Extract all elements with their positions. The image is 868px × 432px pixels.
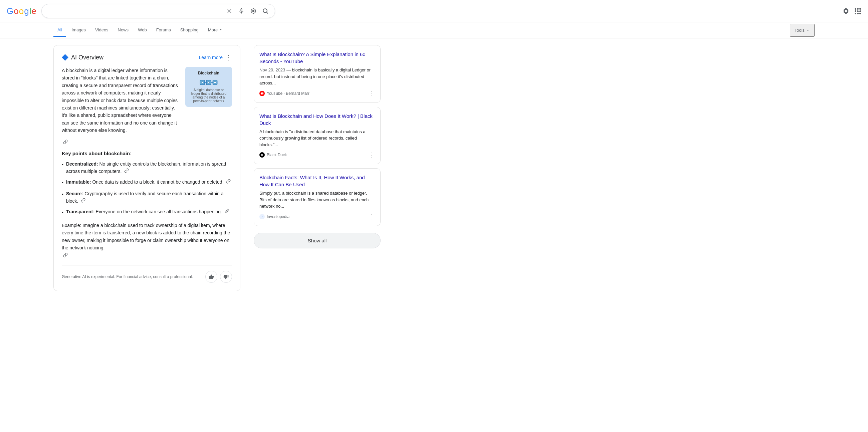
source-snippet-blackduck: A blockchain is "a distributed database … — [259, 128, 375, 148]
thumbs-down-button[interactable] — [220, 271, 232, 283]
nav-shopping[interactable]: Shopping — [176, 24, 203, 37]
source-meta-investopedia: i Investopedia ⋮ — [259, 213, 375, 220]
ai-diamond-icon — [62, 54, 68, 61]
main-content: AI Overview Learn more ⋮ A blockchain is… — [0, 38, 434, 306]
source-more-investopedia[interactable]: ⋮ — [369, 213, 375, 220]
source-snippet-youtube: Nov 29, 2023 — blockchain is basically a… — [259, 67, 375, 87]
link-icon-decentralized — [124, 168, 129, 173]
svg-point-11 — [214, 82, 216, 83]
youtube-favicon — [259, 91, 265, 96]
investopedia-favicon: i — [259, 214, 265, 219]
nav-news[interactable]: News — [114, 24, 133, 37]
header-actions — [842, 7, 861, 15]
svg-line-3 — [267, 12, 268, 14]
svg-point-2 — [263, 9, 267, 13]
ai-disclaimer: Generative AI is experimental. For finan… — [62, 274, 193, 279]
tools-button[interactable]: Tools — [790, 24, 814, 37]
google-logo: Google — [7, 6, 36, 17]
source-more-blackduck[interactable]: ⋮ — [369, 151, 375, 159]
source-title-blackduck[interactable]: What Is Blockchain and How Does It Work?… — [259, 113, 375, 126]
key-points-title: Key points about blockchain: — [62, 151, 232, 156]
settings-button[interactable] — [842, 7, 850, 15]
ai-more-options-icon[interactable]: ⋮ — [225, 54, 232, 61]
lens-search-button[interactable] — [249, 7, 257, 15]
feedback-buttons — [205, 271, 232, 283]
source-more-youtube[interactable]: ⋮ — [369, 90, 375, 97]
learn-more-link[interactable]: Learn more — [199, 55, 223, 60]
chain-link-icon — [63, 140, 68, 144]
ai-footer: Generative AI is experimental. For finan… — [62, 265, 232, 283]
ai-main-text: A blockchain is a digital ledger where i… — [62, 67, 179, 134]
ai-overview-card: AI Overview Learn more ⋮ A blockchain is… — [54, 45, 240, 291]
clear-search-button[interactable] — [225, 7, 234, 15]
key-point-transparent: • Transparent: Everyone on the network c… — [62, 208, 232, 216]
image-subtitle: A digital database or ledger that is dis… — [189, 88, 228, 103]
link-icon-transparent — [225, 209, 229, 213]
ai-image-section: Blockchain A digital database — [185, 67, 232, 145]
key-point-immutable: • Immutable: Once data is added to a blo… — [62, 178, 232, 186]
ai-header-actions: Learn more ⋮ — [199, 54, 232, 61]
source-site-blackduck: B Black Duck — [259, 152, 287, 158]
search-nav: All Images Videos News Web Forums Shoppi… — [0, 22, 868, 38]
ai-overview-title: AI Overview — [62, 54, 103, 61]
blackduck-favicon: B — [259, 152, 265, 158]
svg-point-10 — [208, 82, 209, 83]
search-input[interactable]: what is blockchain in simple words — [47, 8, 223, 14]
nav-more[interactable]: More — [204, 24, 227, 37]
source-title-investopedia[interactable]: Blockchain Facts: What Is It, How It Wor… — [259, 174, 375, 188]
ai-overview-body: A blockchain is a digital ledger where i… — [62, 67, 232, 145]
search-submit-button[interactable] — [261, 7, 270, 15]
tools-section: Tools — [790, 24, 814, 37]
key-point-decentralized: • Decentralized: No single entity contro… — [62, 160, 232, 175]
link-icon-secure — [81, 198, 86, 203]
apps-grid-icon — [855, 8, 861, 14]
nav-web[interactable]: Web — [134, 24, 151, 37]
nav-all[interactable]: All — [54, 24, 66, 37]
right-column: What Is Blockchain? A Simple Explanation… — [254, 45, 380, 299]
key-point-secure: • Secure: Cryptography is used to verify… — [62, 190, 232, 205]
image-title: Blockchain — [198, 71, 219, 75]
link-icon-immutable — [226, 179, 231, 184]
link-icon-example — [63, 253, 68, 257]
ai-text-area: A blockchain is a digital ledger where i… — [62, 67, 179, 145]
voice-search-button[interactable] — [237, 7, 245, 15]
source-site-youtube: YouTube · Bernard Marr — [259, 91, 309, 96]
search-bar[interactable]: what is blockchain in simple words — [41, 4, 275, 18]
show-all-button[interactable]: Show all — [254, 233, 380, 248]
left-column: AI Overview Learn more ⋮ A blockchain is… — [54, 45, 240, 299]
source-meta-blackduck: B Black Duck ⋮ — [259, 151, 375, 159]
source-meta-youtube: YouTube · Bernard Marr ⋮ — [259, 90, 375, 97]
ai-overview-header: AI Overview Learn more ⋮ — [62, 54, 232, 61]
source-card-blackduck: What Is Blockchain and How Does It Work?… — [254, 107, 380, 164]
source-card-investopedia: Blockchain Facts: What Is It, How It Wor… — [254, 168, 380, 226]
header: Google what is blockchain in simple word… — [0, 0, 868, 22]
source-title-youtube[interactable]: What Is Blockchain? A Simple Explanation… — [259, 51, 375, 65]
svg-point-9 — [201, 82, 203, 83]
search-icons — [225, 7, 270, 15]
blockchain-image: Blockchain A digital database — [185, 67, 232, 107]
thumbs-up-button[interactable] — [205, 271, 217, 283]
source-snippet-investopedia: Simply put, a blockchain is a shared dat… — [259, 190, 375, 210]
source-site-investopedia: i Investopedia — [259, 214, 289, 219]
nav-forums[interactable]: Forums — [152, 24, 175, 37]
blockchain-svg — [195, 77, 222, 88]
nav-videos[interactable]: Videos — [91, 24, 113, 37]
source-card-youtube: What Is Blockchain? A Simple Explanation… — [254, 45, 380, 103]
ai-example-text: Example: Imagine a blockchain used to tr… — [62, 222, 232, 252]
nav-images[interactable]: Images — [67, 24, 90, 37]
apps-button[interactable] — [854, 7, 861, 15]
